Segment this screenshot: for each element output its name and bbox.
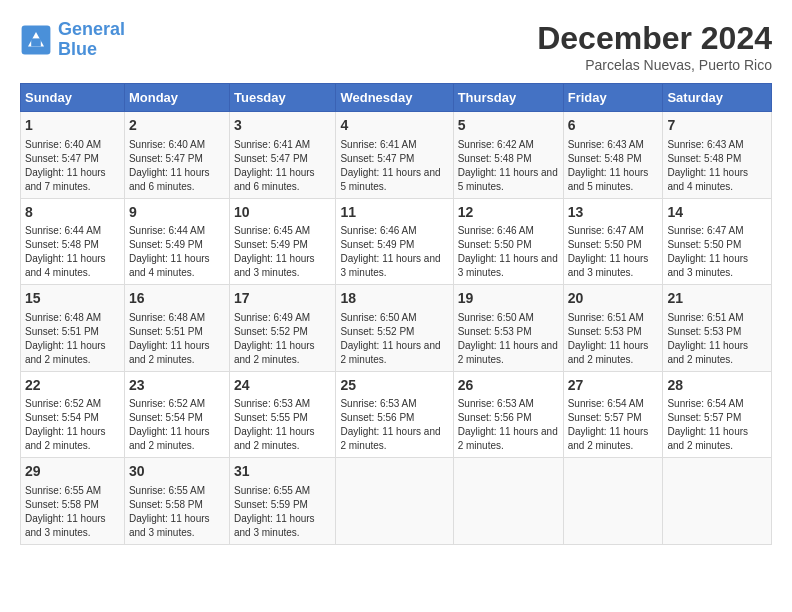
day-info: Sunrise: 6:54 AMSunset: 5:57 PMDaylight:… <box>667 397 767 453</box>
calendar-week-1: 1 Sunrise: 6:40 AMSunset: 5:47 PMDayligh… <box>21 112 772 199</box>
logo-text: General Blue <box>58 20 125 60</box>
calendar-cell: 25 Sunrise: 6:53 AMSunset: 5:56 PMDaylig… <box>336 371 453 458</box>
day-number: 15 <box>25 289 120 309</box>
calendar-week-5: 29 Sunrise: 6:55 AMSunset: 5:58 PMDaylig… <box>21 458 772 545</box>
day-number: 8 <box>25 203 120 223</box>
day-number: 30 <box>129 462 225 482</box>
logo-icon <box>20 24 52 56</box>
header-day-monday: Monday <box>124 84 229 112</box>
calendar-cell: 3 Sunrise: 6:41 AMSunset: 5:47 PMDayligh… <box>229 112 335 199</box>
day-number: 1 <box>25 116 120 136</box>
header-day-wednesday: Wednesday <box>336 84 453 112</box>
day-number: 13 <box>568 203 659 223</box>
header-day-tuesday: Tuesday <box>229 84 335 112</box>
day-info: Sunrise: 6:48 AMSunset: 5:51 PMDaylight:… <box>129 311 225 367</box>
day-info: Sunrise: 6:49 AMSunset: 5:52 PMDaylight:… <box>234 311 331 367</box>
day-info: Sunrise: 6:43 AMSunset: 5:48 PMDaylight:… <box>667 138 767 194</box>
calendar-cell: 1 Sunrise: 6:40 AMSunset: 5:47 PMDayligh… <box>21 112 125 199</box>
calendar-cell: 13 Sunrise: 6:47 AMSunset: 5:50 PMDaylig… <box>563 198 663 285</box>
day-number: 9 <box>129 203 225 223</box>
calendar-cell: 21 Sunrise: 6:51 AMSunset: 5:53 PMDaylig… <box>663 285 772 372</box>
header-day-saturday: Saturday <box>663 84 772 112</box>
calendar-cell: 18 Sunrise: 6:50 AMSunset: 5:52 PMDaylig… <box>336 285 453 372</box>
day-number: 7 <box>667 116 767 136</box>
calendar-cell: 27 Sunrise: 6:54 AMSunset: 5:57 PMDaylig… <box>563 371 663 458</box>
day-number: 27 <box>568 376 659 396</box>
day-number: 3 <box>234 116 331 136</box>
calendar-week-3: 15 Sunrise: 6:48 AMSunset: 5:51 PMDaylig… <box>21 285 772 372</box>
day-number: 25 <box>340 376 448 396</box>
calendar-cell <box>663 458 772 545</box>
day-info: Sunrise: 6:40 AMSunset: 5:47 PMDaylight:… <box>129 138 225 194</box>
day-info: Sunrise: 6:51 AMSunset: 5:53 PMDaylight:… <box>667 311 767 367</box>
calendar-cell <box>453 458 563 545</box>
day-info: Sunrise: 6:44 AMSunset: 5:49 PMDaylight:… <box>129 224 225 280</box>
header-day-sunday: Sunday <box>21 84 125 112</box>
day-info: Sunrise: 6:44 AMSunset: 5:48 PMDaylight:… <box>25 224 120 280</box>
day-number: 2 <box>129 116 225 136</box>
calendar-cell: 22 Sunrise: 6:52 AMSunset: 5:54 PMDaylig… <box>21 371 125 458</box>
day-number: 18 <box>340 289 448 309</box>
day-info: Sunrise: 6:43 AMSunset: 5:48 PMDaylight:… <box>568 138 659 194</box>
day-info: Sunrise: 6:42 AMSunset: 5:48 PMDaylight:… <box>458 138 559 194</box>
day-info: Sunrise: 6:55 AMSunset: 5:59 PMDaylight:… <box>234 484 331 540</box>
day-number: 26 <box>458 376 559 396</box>
day-info: Sunrise: 6:47 AMSunset: 5:50 PMDaylight:… <box>667 224 767 280</box>
day-number: 6 <box>568 116 659 136</box>
day-info: Sunrise: 6:55 AMSunset: 5:58 PMDaylight:… <box>25 484 120 540</box>
logo: General Blue <box>20 20 125 60</box>
header-day-thursday: Thursday <box>453 84 563 112</box>
day-info: Sunrise: 6:53 AMSunset: 5:56 PMDaylight:… <box>340 397 448 453</box>
calendar-cell: 2 Sunrise: 6:40 AMSunset: 5:47 PMDayligh… <box>124 112 229 199</box>
day-info: Sunrise: 6:47 AMSunset: 5:50 PMDaylight:… <box>568 224 659 280</box>
location-title: Parcelas Nuevas, Puerto Rico <box>537 57 772 73</box>
day-number: 22 <box>25 376 120 396</box>
calendar-cell: 29 Sunrise: 6:55 AMSunset: 5:58 PMDaylig… <box>21 458 125 545</box>
calendar-week-4: 22 Sunrise: 6:52 AMSunset: 5:54 PMDaylig… <box>21 371 772 458</box>
calendar-cell: 14 Sunrise: 6:47 AMSunset: 5:50 PMDaylig… <box>663 198 772 285</box>
day-info: Sunrise: 6:46 AMSunset: 5:49 PMDaylight:… <box>340 224 448 280</box>
calendar-cell: 11 Sunrise: 6:46 AMSunset: 5:49 PMDaylig… <box>336 198 453 285</box>
calendar-header-row: SundayMondayTuesdayWednesdayThursdayFrid… <box>21 84 772 112</box>
calendar-cell: 26 Sunrise: 6:53 AMSunset: 5:56 PMDaylig… <box>453 371 563 458</box>
day-number: 23 <box>129 376 225 396</box>
day-info: Sunrise: 6:48 AMSunset: 5:51 PMDaylight:… <box>25 311 120 367</box>
calendar-cell: 20 Sunrise: 6:51 AMSunset: 5:53 PMDaylig… <box>563 285 663 372</box>
day-number: 20 <box>568 289 659 309</box>
calendar-cell: 4 Sunrise: 6:41 AMSunset: 5:47 PMDayligh… <box>336 112 453 199</box>
calendar-cell: 19 Sunrise: 6:50 AMSunset: 5:53 PMDaylig… <box>453 285 563 372</box>
day-info: Sunrise: 6:52 AMSunset: 5:54 PMDaylight:… <box>25 397 120 453</box>
day-info: Sunrise: 6:46 AMSunset: 5:50 PMDaylight:… <box>458 224 559 280</box>
day-info: Sunrise: 6:45 AMSunset: 5:49 PMDaylight:… <box>234 224 331 280</box>
day-info: Sunrise: 6:41 AMSunset: 5:47 PMDaylight:… <box>340 138 448 194</box>
calendar-cell <box>336 458 453 545</box>
day-number: 14 <box>667 203 767 223</box>
calendar-cell: 9 Sunrise: 6:44 AMSunset: 5:49 PMDayligh… <box>124 198 229 285</box>
day-number: 28 <box>667 376 767 396</box>
calendar-cell: 28 Sunrise: 6:54 AMSunset: 5:57 PMDaylig… <box>663 371 772 458</box>
day-info: Sunrise: 6:53 AMSunset: 5:55 PMDaylight:… <box>234 397 331 453</box>
day-info: Sunrise: 6:50 AMSunset: 5:53 PMDaylight:… <box>458 311 559 367</box>
calendar-cell: 17 Sunrise: 6:49 AMSunset: 5:52 PMDaylig… <box>229 285 335 372</box>
logo-line2: Blue <box>58 39 97 59</box>
title-section: December 2024 Parcelas Nuevas, Puerto Ri… <box>537 20 772 73</box>
calendar-cell: 31 Sunrise: 6:55 AMSunset: 5:59 PMDaylig… <box>229 458 335 545</box>
calendar-cell: 23 Sunrise: 6:52 AMSunset: 5:54 PMDaylig… <box>124 371 229 458</box>
day-info: Sunrise: 6:53 AMSunset: 5:56 PMDaylight:… <box>458 397 559 453</box>
calendar-week-2: 8 Sunrise: 6:44 AMSunset: 5:48 PMDayligh… <box>21 198 772 285</box>
calendar-cell: 30 Sunrise: 6:55 AMSunset: 5:58 PMDaylig… <box>124 458 229 545</box>
day-info: Sunrise: 6:55 AMSunset: 5:58 PMDaylight:… <box>129 484 225 540</box>
month-title: December 2024 <box>537 20 772 57</box>
day-number: 11 <box>340 203 448 223</box>
header-day-friday: Friday <box>563 84 663 112</box>
day-number: 19 <box>458 289 559 309</box>
day-number: 21 <box>667 289 767 309</box>
calendar-cell: 24 Sunrise: 6:53 AMSunset: 5:55 PMDaylig… <box>229 371 335 458</box>
day-number: 31 <box>234 462 331 482</box>
calendar-cell: 16 Sunrise: 6:48 AMSunset: 5:51 PMDaylig… <box>124 285 229 372</box>
header: General Blue December 2024 Parcelas Nuev… <box>20 20 772 73</box>
day-info: Sunrise: 6:40 AMSunset: 5:47 PMDaylight:… <box>25 138 120 194</box>
day-info: Sunrise: 6:51 AMSunset: 5:53 PMDaylight:… <box>568 311 659 367</box>
day-number: 12 <box>458 203 559 223</box>
logo-line1: General <box>58 19 125 39</box>
